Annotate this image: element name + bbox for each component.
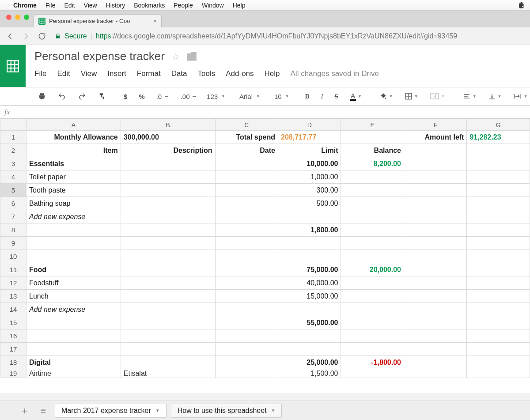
cell[interactable] bbox=[404, 316, 466, 329]
menubar-item[interactable]: Window bbox=[202, 2, 224, 9]
sheet-tab-active[interactable]: March 2017 expense tracker▼ bbox=[55, 404, 167, 418]
grid-row[interactable]: 81,800.00 bbox=[0, 223, 530, 237]
cell[interactable] bbox=[215, 210, 278, 223]
text-wrap-button[interactable]: ▼ bbox=[510, 91, 530, 102]
cell[interactable] bbox=[215, 316, 278, 329]
undo-icon[interactable] bbox=[55, 91, 69, 102]
cell[interactable]: Amount left bbox=[404, 131, 466, 144]
cell[interactable] bbox=[26, 237, 121, 250]
cell[interactable]: Description bbox=[121, 144, 215, 157]
strikethrough-button[interactable]: S bbox=[332, 91, 341, 102]
doc-title[interactable]: Personal expense tracker bbox=[34, 49, 165, 63]
cell[interactable]: 1,000.00 bbox=[278, 170, 341, 184]
row-header[interactable]: 8 bbox=[0, 223, 26, 237]
cell[interactable] bbox=[121, 316, 215, 329]
cell[interactable] bbox=[341, 290, 404, 303]
cell[interactable]: 20,000.00 bbox=[341, 263, 404, 276]
grid-row[interactable]: 9 bbox=[0, 237, 530, 250]
decrease-decimal-button[interactable]: .0← bbox=[154, 91, 172, 102]
sheet-tab[interactable]: How to use this spreadsheet▼ bbox=[171, 404, 282, 418]
cell[interactable] bbox=[467, 157, 530, 170]
cell[interactable] bbox=[404, 303, 466, 316]
minimize-window-button[interactable] bbox=[15, 15, 20, 20]
cell[interactable]: 300.00 bbox=[278, 184, 341, 197]
cell[interactable] bbox=[341, 131, 404, 144]
cell[interactable] bbox=[404, 237, 466, 250]
cell[interactable] bbox=[121, 170, 215, 184]
grid-row[interactable]: 11Food75,000.0020,000.00 bbox=[0, 263, 530, 276]
cell[interactable] bbox=[215, 276, 278, 290]
cell[interactable] bbox=[341, 329, 404, 343]
cell[interactable] bbox=[215, 290, 278, 303]
cell[interactable] bbox=[215, 329, 278, 343]
borders-button[interactable]: ▼ bbox=[402, 91, 421, 102]
cell[interactable] bbox=[215, 237, 278, 250]
cell[interactable]: Airtime bbox=[26, 369, 121, 378]
grid-row[interactable]: 1555,000.00 bbox=[0, 316, 530, 329]
select-all-corner[interactable] bbox=[0, 119, 26, 131]
cell[interactable] bbox=[26, 316, 121, 329]
close-window-button[interactable] bbox=[6, 15, 11, 20]
cell[interactable] bbox=[404, 250, 466, 263]
add-sheet-button[interactable]: ＋ bbox=[18, 405, 32, 417]
font-size-dropdown[interactable]: 10▼ bbox=[273, 92, 290, 101]
cell[interactable]: Limit bbox=[278, 144, 341, 157]
cell[interactable] bbox=[404, 263, 466, 276]
cell[interactable]: 1,800.00 bbox=[278, 223, 341, 237]
more-formats-dropdown[interactable]: 123▼ bbox=[206, 92, 226, 101]
cell[interactable] bbox=[404, 276, 466, 290]
cell[interactable]: 40,000.00 bbox=[278, 276, 341, 290]
merge-cells-button[interactable]: ▼ bbox=[427, 91, 448, 102]
cell[interactable] bbox=[467, 197, 530, 210]
cell[interactable] bbox=[121, 276, 215, 290]
col-header[interactable]: G bbox=[467, 119, 530, 131]
cell[interactable] bbox=[341, 197, 404, 210]
col-header[interactable]: A bbox=[26, 119, 121, 131]
cell[interactable]: Foodstuff bbox=[26, 276, 121, 290]
cell[interactable]: Digital bbox=[26, 356, 121, 369]
cell[interactable] bbox=[121, 157, 215, 170]
cell[interactable] bbox=[121, 197, 215, 210]
cell[interactable] bbox=[121, 303, 215, 316]
cell[interactable]: Date bbox=[215, 144, 278, 157]
star-icon[interactable]: ☆ bbox=[172, 51, 180, 62]
menubar-item[interactable]: File bbox=[45, 2, 56, 9]
format-percent-button[interactable]: % bbox=[136, 91, 147, 102]
cell[interactable] bbox=[215, 263, 278, 276]
cell[interactable] bbox=[467, 263, 530, 276]
cell[interactable]: 10,000.00 bbox=[278, 157, 341, 170]
increase-decimal-button[interactable]: .00→ bbox=[178, 91, 200, 102]
cell[interactable] bbox=[404, 343, 466, 356]
grid-row[interactable]: 7Add new expense bbox=[0, 210, 530, 223]
menu-data[interactable]: Data bbox=[171, 69, 187, 78]
menubar-item[interactable]: View bbox=[84, 2, 97, 9]
sheets-app-icon[interactable] bbox=[0, 45, 26, 87]
cell[interactable] bbox=[467, 170, 530, 184]
cell[interactable]: 91,282.23 bbox=[467, 131, 530, 144]
cell[interactable]: Etisalat bbox=[121, 369, 215, 378]
cell[interactable] bbox=[467, 303, 530, 316]
cell[interactable] bbox=[404, 184, 466, 197]
menu-file[interactable]: File bbox=[34, 69, 46, 78]
cell[interactable] bbox=[404, 223, 466, 237]
horizontal-align-button[interactable]: ▼ bbox=[460, 91, 479, 101]
row-header[interactable]: 18 bbox=[0, 356, 26, 369]
back-button[interactable] bbox=[5, 31, 15, 41]
cell[interactable] bbox=[341, 303, 404, 316]
cell[interactable]: -1,800.00 bbox=[341, 356, 404, 369]
print-icon[interactable] bbox=[35, 91, 49, 102]
cell[interactable] bbox=[404, 157, 466, 170]
row-header[interactable]: 13 bbox=[0, 290, 26, 303]
spreadsheet-grid[interactable]: A B C D E F G 1Monthly Allowance300,000.… bbox=[0, 119, 530, 393]
cell[interactable] bbox=[467, 316, 530, 329]
cell[interactable]: 500.00 bbox=[278, 197, 341, 210]
tab-close-icon[interactable]: × bbox=[153, 18, 157, 25]
row-header[interactable]: 12 bbox=[0, 276, 26, 290]
cell[interactable] bbox=[341, 223, 404, 237]
cell[interactable] bbox=[26, 250, 121, 263]
cell[interactable] bbox=[404, 170, 466, 184]
cell[interactable] bbox=[404, 369, 466, 378]
cell[interactable] bbox=[341, 250, 404, 263]
menubar-item[interactable]: Edit bbox=[64, 2, 75, 9]
font-family-dropdown[interactable]: Arial▼ bbox=[238, 92, 261, 101]
